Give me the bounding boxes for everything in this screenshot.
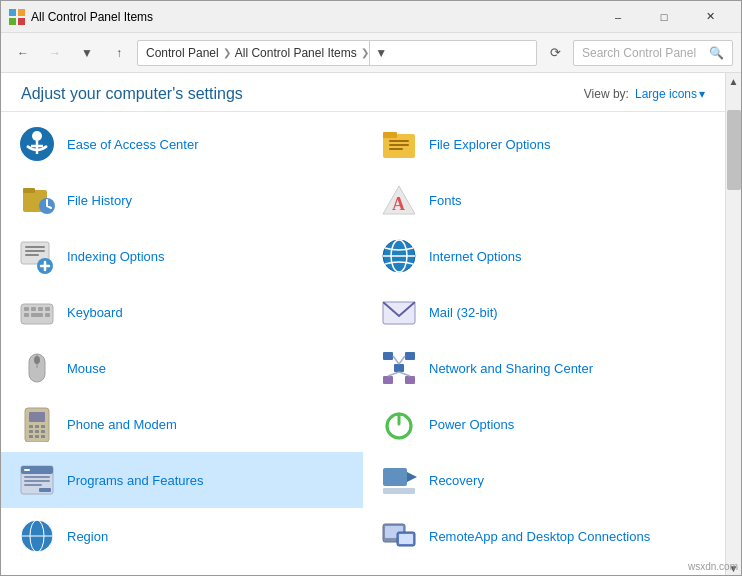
minimize-button[interactable]: – xyxy=(595,1,641,33)
refresh-button[interactable]: ⟳ xyxy=(541,39,569,67)
window-title: All Control Panel Items xyxy=(31,10,595,24)
grid-item-keyboard[interactable]: Keyboard xyxy=(1,284,363,340)
svg-rect-32 xyxy=(31,313,43,317)
svg-rect-56 xyxy=(35,435,39,438)
svg-point-37 xyxy=(34,356,40,364)
svg-rect-10 xyxy=(389,140,409,142)
svg-rect-41 xyxy=(383,376,393,384)
grid-item-security-maintenance[interactable]: Security and Maintenance xyxy=(1,564,363,576)
view-by-label: View by: xyxy=(584,87,629,101)
svg-rect-62 xyxy=(24,476,50,478)
grid-item-network-sharing[interactable]: Network and Sharing Center xyxy=(363,340,725,396)
grid-item-recovery[interactable]: Recovery xyxy=(363,452,725,508)
address-dropdown[interactable]: ▼ xyxy=(369,40,393,66)
svg-rect-66 xyxy=(383,468,407,486)
forward-button[interactable]: → xyxy=(41,39,69,67)
svg-rect-54 xyxy=(41,430,45,433)
power-options-label: Power Options xyxy=(429,417,514,432)
breadcrumb: Control Panel ❯ All Control Panel Items … xyxy=(146,46,369,60)
grid-item-fonts[interactable]: A Fonts xyxy=(363,172,725,228)
svg-rect-29 xyxy=(38,307,43,311)
svg-rect-3 xyxy=(18,18,25,25)
svg-rect-9 xyxy=(383,132,397,138)
recent-locations-button[interactable]: ▼ xyxy=(73,39,101,67)
svg-line-46 xyxy=(399,372,410,376)
security-maintenance-icon xyxy=(17,572,57,576)
svg-rect-49 xyxy=(29,425,33,428)
title-bar: All Control Panel Items – □ ✕ xyxy=(1,1,741,33)
grid-item-region[interactable]: Region xyxy=(1,508,363,564)
address-field[interactable]: Control Panel ❯ All Control Panel Items … xyxy=(137,40,537,66)
svg-rect-2 xyxy=(9,18,16,25)
fonts-icon: A xyxy=(379,180,419,220)
network-sharing-icon xyxy=(379,348,419,388)
search-placeholder: Search Control Panel xyxy=(582,46,709,60)
grid-item-phone-modem[interactable]: Phone and Modem xyxy=(1,396,363,452)
svg-rect-30 xyxy=(45,307,50,311)
svg-rect-64 xyxy=(24,484,42,486)
main-area: Adjust your computer's settings View by:… xyxy=(1,73,741,576)
view-by-control: View by: Large icons ▾ xyxy=(584,87,705,101)
scroll-thumb[interactable] xyxy=(727,110,741,190)
phone-modem-label: Phone and Modem xyxy=(67,417,177,432)
breadcrumb-all[interactable]: All Control Panel Items xyxy=(235,46,357,60)
svg-rect-14 xyxy=(23,188,35,193)
content-header: Adjust your computer's settings View by:… xyxy=(1,73,725,112)
search-box[interactable]: Search Control Panel 🔍 xyxy=(573,40,733,66)
file-explorer-options-label: File Explorer Options xyxy=(429,137,550,152)
mouse-label: Mouse xyxy=(67,361,106,376)
svg-rect-53 xyxy=(35,430,39,433)
grid-item-sound[interactable]: Sound xyxy=(363,564,725,576)
svg-rect-68 xyxy=(383,488,415,494)
scroll-up-button[interactable]: ▲ xyxy=(726,73,742,90)
svg-text:A: A xyxy=(392,194,405,214)
svg-rect-38 xyxy=(383,352,393,360)
grid-item-power-options[interactable]: Power Options xyxy=(363,396,725,452)
svg-rect-65 xyxy=(39,488,51,492)
phone-modem-icon xyxy=(17,404,57,444)
scrollbar: ▲ ▼ xyxy=(725,73,741,576)
grid-item-ease-of-access[interactable]: Ease of Access Center xyxy=(1,116,363,172)
search-icon: 🔍 xyxy=(709,46,724,60)
maximize-button[interactable]: □ xyxy=(641,1,687,33)
svg-rect-50 xyxy=(35,425,39,428)
svg-rect-63 xyxy=(24,480,50,482)
svg-rect-0 xyxy=(9,9,16,16)
page-title: Adjust your computer's settings xyxy=(21,85,243,103)
address-bar: ← → ▼ ↑ Control Panel ❯ All Control Pane… xyxy=(1,33,741,73)
indexing-options-icon xyxy=(17,236,57,276)
grid-item-remoteapp[interactable]: RemoteApp and Desktop Connections xyxy=(363,508,725,564)
internet-options-icon xyxy=(379,236,419,276)
view-by-dropdown[interactable]: Large icons ▾ xyxy=(635,87,705,101)
back-button[interactable]: ← xyxy=(9,39,37,67)
breadcrumb-cp[interactable]: Control Panel xyxy=(146,46,219,60)
file-explorer-options-icon xyxy=(379,124,419,164)
recovery-label: Recovery xyxy=(429,473,484,488)
grid-item-internet-options[interactable]: Internet Options xyxy=(363,228,725,284)
svg-rect-19 xyxy=(25,246,45,248)
file-history-icon xyxy=(17,180,57,220)
remoteapp-icon xyxy=(379,516,419,556)
remoteapp-label: RemoteApp and Desktop Connections xyxy=(429,529,650,544)
mail-label: Mail (32-bit) xyxy=(429,305,498,320)
svg-rect-20 xyxy=(25,250,45,252)
svg-rect-76 xyxy=(399,534,413,544)
grid-item-indexing-options[interactable]: Indexing Options xyxy=(1,228,363,284)
grid-item-file-explorer-options[interactable]: File Explorer Options xyxy=(363,116,725,172)
svg-rect-12 xyxy=(389,148,403,150)
svg-rect-57 xyxy=(41,435,45,438)
up-button[interactable]: ↑ xyxy=(105,39,133,67)
svg-line-44 xyxy=(399,356,405,364)
grid-item-file-history[interactable]: File History xyxy=(1,172,363,228)
grid-item-programs-features[interactable]: Programs and Features xyxy=(1,452,363,508)
file-history-label: File History xyxy=(67,193,132,208)
grid-item-mail[interactable]: Mail (32-bit) xyxy=(363,284,725,340)
ease-of-access-label: Ease of Access Center xyxy=(67,137,199,152)
grid-item-mouse[interactable]: Mouse xyxy=(1,340,363,396)
svg-rect-11 xyxy=(389,144,409,146)
content-area: Adjust your computer's settings View by:… xyxy=(1,73,725,576)
view-by-arrow: ▾ xyxy=(699,87,705,101)
close-button[interactable]: ✕ xyxy=(687,1,733,33)
network-sharing-label: Network and Sharing Center xyxy=(429,361,593,376)
mouse-icon xyxy=(17,348,57,388)
